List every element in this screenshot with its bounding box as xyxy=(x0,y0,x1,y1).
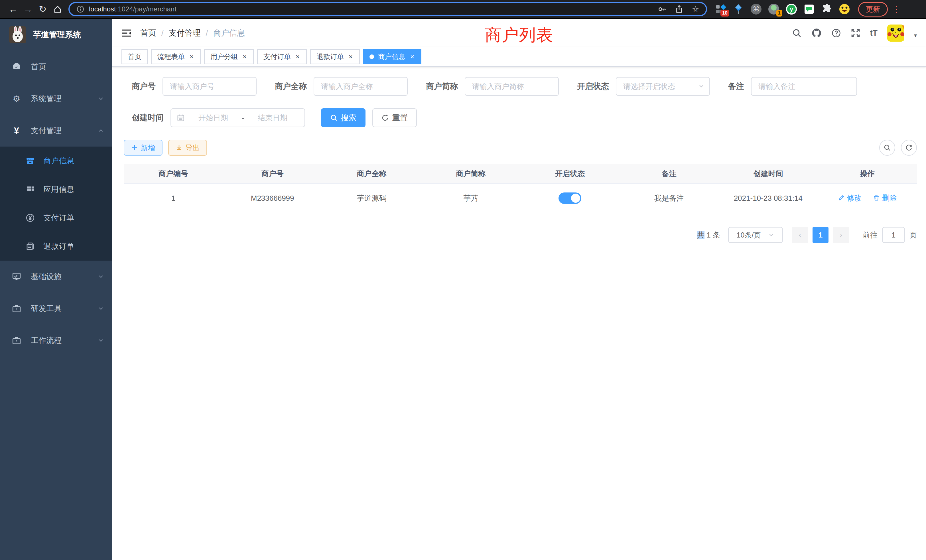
github-icon[interactable] xyxy=(811,28,822,38)
font-size-icon[interactable]: tT xyxy=(870,29,878,38)
user-avatar[interactable] xyxy=(887,24,904,42)
sidebar-item-infra[interactable]: 基础设施 xyxy=(0,260,112,292)
breadcrumb-current: 商户信息 xyxy=(213,28,245,38)
cell-merchant-no: M233666999 xyxy=(223,183,322,213)
sidebar-logo[interactable]: 芋道管理系统 xyxy=(0,19,112,51)
sidebar-item-system[interactable]: ⚙ 系统管理 xyxy=(0,83,112,115)
share-icon[interactable] xyxy=(675,5,683,14)
sidebar-item-app-info[interactable]: 应用信息 xyxy=(0,175,112,204)
emoji-extension-icon[interactable] xyxy=(839,3,850,15)
puzzle-extensions-icon[interactable] xyxy=(821,3,832,15)
next-page-button[interactable]: › xyxy=(833,227,849,243)
sidebar-item-merchant-info[interactable]: 商户信息 xyxy=(0,147,112,175)
chrome-update-button[interactable]: 更新 xyxy=(858,2,888,17)
browser-back-icon[interactable]: ← xyxy=(6,2,21,17)
close-icon[interactable]: × xyxy=(409,53,415,61)
close-icon[interactable]: × xyxy=(348,53,354,61)
profile-extension-icon[interactable]: 1 xyxy=(768,3,779,15)
short-name-label: 商户简称 xyxy=(426,81,458,92)
tab-home[interactable]: 首页 xyxy=(121,49,148,64)
shop-icon xyxy=(25,156,35,166)
close-icon[interactable]: × xyxy=(295,53,301,61)
yen-icon: ¥ xyxy=(11,126,22,136)
show-search-toggle-button[interactable] xyxy=(879,140,895,156)
browser-menu-icon[interactable]: ⋮ xyxy=(892,4,901,14)
tab-merchant-info[interactable]: 商户信息 × xyxy=(363,49,421,64)
delete-button[interactable]: 删除 xyxy=(873,193,897,203)
header-search-icon[interactable] xyxy=(792,28,802,38)
grid-table-icon xyxy=(25,185,35,194)
sidebar-item-home[interactable]: 首页 xyxy=(0,51,112,83)
current-page-button[interactable]: 1 xyxy=(813,227,829,243)
url-path: :1024/pay/merchant xyxy=(116,5,177,13)
bookmark-star-icon[interactable]: ☆ xyxy=(692,5,699,14)
sidebar-item-label: 工作流程 xyxy=(31,335,62,345)
dashboard-icon xyxy=(11,62,22,71)
close-icon[interactable]: × xyxy=(189,53,194,61)
breadcrumb-payment[interactable]: 支付管理 xyxy=(169,28,201,38)
fullscreen-icon[interactable] xyxy=(851,28,861,38)
sidebar: 芋道管理系统 首页 ⚙ 系统管理 ¥ 支付管理 xyxy=(0,19,112,560)
date-range-picker[interactable]: 开始日期 - 结束日期 xyxy=(171,108,305,127)
sidebar-item-payment[interactable]: ¥ 支付管理 xyxy=(0,115,112,147)
sidebar-item-workflow[interactable]: 工作流程 xyxy=(0,324,112,356)
browser-forward-icon[interactable]: → xyxy=(21,2,35,17)
logo-rabbit-avatar xyxy=(9,26,26,43)
active-tab-dot xyxy=(369,54,374,59)
pagination-total: 共 1 条 xyxy=(697,230,720,240)
yen-circle-icon xyxy=(25,213,35,223)
close-icon[interactable]: × xyxy=(242,53,247,61)
sidebar-item-pay-order[interactable]: 支付订单 xyxy=(0,204,112,232)
export-button[interactable]: 导出 xyxy=(168,140,207,156)
short-name-input[interactable] xyxy=(465,77,559,96)
sidebar-fold-icon[interactable] xyxy=(121,28,132,38)
remark-input[interactable] xyxy=(751,77,857,96)
edit-button[interactable]: 修改 xyxy=(838,193,862,203)
kite-extension-icon[interactable] xyxy=(733,3,744,15)
screen: ← → ↻ localhost:1024/pay/merchant ☆ xyxy=(0,0,926,560)
command-extension-icon[interactable]: ⌘ xyxy=(750,3,762,15)
tab-pay-order[interactable]: 支付订单 × xyxy=(257,49,307,64)
total-suffix: 条 xyxy=(713,231,720,239)
refresh-table-button[interactable] xyxy=(901,140,917,156)
col-merchant-id: 商户编号 xyxy=(124,164,223,183)
search-button[interactable]: 搜索 xyxy=(321,108,366,127)
address-bar[interactable]: localhost:1024/pay/merchant ☆ xyxy=(68,2,707,16)
tab-label: 退款订单 xyxy=(316,52,344,61)
chat-extension-icon[interactable] xyxy=(803,3,815,15)
password-key-icon[interactable] xyxy=(658,5,666,14)
tab-label: 首页 xyxy=(128,52,141,61)
y-extension-icon[interactable]: y xyxy=(786,3,797,15)
help-icon[interactable] xyxy=(831,28,841,38)
extension-badge: 10 xyxy=(720,10,729,17)
breadcrumb-separator: / xyxy=(161,29,163,38)
full-name-input[interactable] xyxy=(313,77,408,96)
add-button[interactable]: 新增 xyxy=(124,140,162,156)
page-size-select[interactable]: 10条/页 xyxy=(728,227,783,243)
tab-grid-extension-icon[interactable]: 10 xyxy=(715,3,726,15)
status-toggle[interactable] xyxy=(558,192,581,204)
sidebar-item-dev-tools[interactable]: 研发工具 xyxy=(0,292,112,324)
sidebar-item-label: 支付管理 xyxy=(31,126,62,136)
extensions-row: 10 ⌘ 1 y xyxy=(715,3,850,15)
mch-no-input[interactable] xyxy=(162,77,257,96)
reset-button[interactable]: 重置 xyxy=(372,108,417,127)
col-created: 创建时间 xyxy=(719,164,818,183)
col-short-name: 商户简称 xyxy=(421,164,520,183)
sidebar-item-refund-order[interactable]: 退款订单 xyxy=(0,232,112,260)
chevron-down-icon xyxy=(97,305,104,312)
browser-reload-icon[interactable]: ↻ xyxy=(35,2,50,17)
breadcrumb-home[interactable]: 首页 xyxy=(140,28,156,38)
tab-process-form[interactable]: 流程表单 × xyxy=(151,49,201,64)
status-select[interactable] xyxy=(616,77,710,96)
user-menu-caret-icon[interactable]: ▾ xyxy=(914,32,917,39)
goto-label: 前往 xyxy=(863,230,878,240)
status-label: 开启状态 xyxy=(577,81,609,92)
prev-page-button[interactable]: ‹ xyxy=(792,227,808,243)
tab-refund-order[interactable]: 退款订单 × xyxy=(310,49,360,64)
monitor-icon xyxy=(11,272,22,282)
site-info-icon[interactable] xyxy=(76,5,85,13)
goto-page-input[interactable] xyxy=(882,227,905,243)
browser-home-icon[interactable] xyxy=(50,2,65,17)
tab-user-group[interactable]: 用户分组 × xyxy=(204,49,254,64)
